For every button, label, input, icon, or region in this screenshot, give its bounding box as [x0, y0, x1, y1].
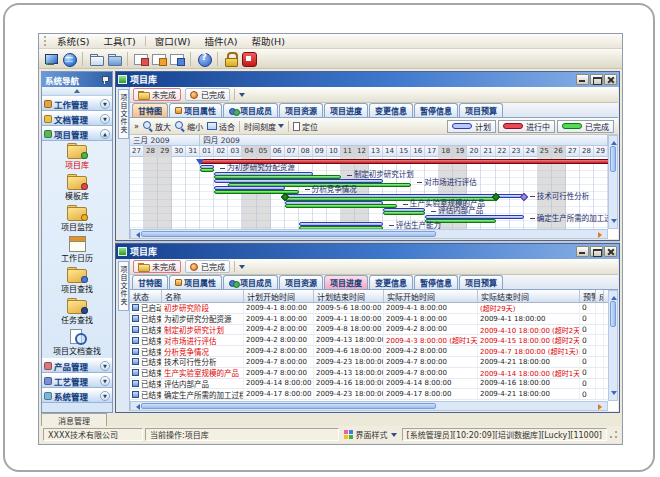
mail-icon[interactable] [133, 51, 149, 67]
sidebar-group-work[interactable]: 工作管理▼ [42, 96, 112, 111]
menu-item-2[interactable]: 窗口(W) [148, 33, 198, 49]
window-titlebar[interactable]: 项目库 [116, 72, 619, 87]
column-header-4[interactable]: 实际开始时间 [384, 290, 478, 302]
table-row[interactable]: 已结束分析竞争情况2009-4-2 8:00:002009-4-6 18:00:… [130, 346, 608, 357]
timescale-button[interactable]: 时间刻度 [244, 121, 284, 132]
sidebar-item-task-search[interactable]: 任务查找 [42, 296, 112, 327]
column-header-7[interactable]: 成 [596, 290, 604, 302]
table-vertical-scrollbar[interactable] [608, 290, 618, 401]
tab-pause[interactable]: 暂停信息 [414, 103, 458, 117]
sidebar-item-template-library[interactable]: 模板库 [42, 172, 112, 203]
folder-open-icon[interactable] [106, 51, 122, 67]
menu-item-1[interactable]: 工具(T) [96, 33, 142, 49]
tab-resources[interactable]: 项目资源 [279, 103, 323, 117]
scroll-down-icon[interactable] [611, 391, 617, 398]
scroll-left-icon[interactable] [133, 232, 140, 238]
table-row[interactable]: 已结束技术可行性分析2009-4-7 8:00:002009-4-23 18:0… [130, 357, 608, 368]
chevron-down-icon[interactable]: ▼ [100, 114, 110, 124]
tab-progress[interactable]: 项目进度 [324, 275, 368, 289]
overflow-dropdown-icon[interactable] [239, 265, 245, 272]
scroll-right-icon[interactable] [598, 404, 605, 410]
gantt-bar-actual[interactable] [200, 168, 214, 172]
tab-pause[interactable]: 暂停信息 [414, 275, 458, 289]
scroll-down-icon[interactable] [611, 219, 617, 226]
chevron-down-icon[interactable]: ▼ [100, 391, 110, 401]
table-row[interactable]: 已结束确定生产所需的加工过程2009-4-17 8:00:002009-4-23… [130, 389, 608, 400]
project-folder-tab[interactable]: 项目文件夹 [118, 89, 129, 139]
column-header-6[interactable]: 预警 [580, 290, 596, 302]
table-horizontal-scrollbar[interactable] [130, 401, 608, 411]
close-button[interactable] [604, 74, 617, 85]
fit-button[interactable]: 适合 [207, 121, 235, 132]
sidebar-group-document[interactable]: 文档管理▼ [42, 111, 112, 126]
resize-grip[interactable] [609, 430, 618, 439]
scrollbar-thumb[interactable] [610, 146, 616, 172]
sidebar-group-project[interactable]: 项目管理▲ [42, 126, 112, 141]
column-header-2[interactable]: 计划开始时间 [244, 290, 314, 302]
menu-item-3[interactable]: 插件(A) [197, 33, 244, 49]
chevron-down-icon[interactable]: ▼ [100, 361, 110, 371]
sidebar-collapse-button[interactable] [42, 87, 112, 96]
table-row[interactable]: 已结束对市场进行评估2009-4-2 8:00:002009-4-13 18:0… [130, 335, 608, 346]
pin-icon[interactable] [101, 75, 109, 84]
column-header-1[interactable]: 名称 [162, 290, 244, 302]
close-button[interactable] [604, 246, 617, 257]
sidebar-item-project-search[interactable]: 项目查找 [42, 265, 112, 296]
table-row[interactable]: 已结束为初步研究分配资源2009-4-1 8:00:002009-4-1 18:… [130, 314, 608, 325]
gantt-horizontal-scrollbar[interactable] [130, 229, 608, 239]
mail-report-icon[interactable] [151, 51, 167, 67]
maximize-button[interactable] [590, 246, 603, 257]
chevron-down-icon[interactable]: ▼ [100, 376, 110, 386]
scroll-left-icon[interactable] [133, 404, 140, 410]
table-row[interactable]: 已结束评估内部产品2009-4-14 8:00:002009-4-16 18:0… [130, 379, 608, 390]
sidebar-item-project-library[interactable]: 项目库 [42, 141, 112, 172]
scroll-up-icon[interactable] [611, 293, 617, 300]
scrollbar-thumb[interactable] [610, 301, 616, 327]
finished-filter-button[interactable]: 已完成 [185, 88, 230, 101]
sidebar-group-process[interactable]: 工艺管理▼ [42, 373, 112, 388]
sidebar-item-project-doc-search[interactable]: 项目文档查找 [42, 327, 112, 358]
sidebar-group-system[interactable]: 系统管理▼ [42, 388, 112, 403]
scrollbar-thumb[interactable] [141, 403, 436, 409]
sidebar-item-work-calendar[interactable]: 工作日历 [42, 234, 112, 265]
scroll-right-icon[interactable] [598, 232, 605, 238]
column-header-0[interactable]: 状态 [130, 290, 162, 302]
overflow-dropdown-icon[interactable] [239, 93, 245, 100]
minimize-button[interactable] [576, 246, 589, 257]
globe-icon[interactable] [61, 51, 77, 67]
zoom-out-button[interactable]: 缩小 [175, 121, 203, 132]
zoom-in-button[interactable]: 放大 [143, 121, 171, 132]
tab-properties[interactable]: 项目属性 [169, 275, 222, 289]
scroll-up-icon[interactable] [611, 138, 617, 145]
scrollbar-thumb[interactable] [141, 231, 436, 237]
stop-icon[interactable] [241, 51, 257, 67]
ui-style-selector[interactable]: 界面样式 [341, 429, 400, 440]
gantt-bar-actual[interactable] [285, 204, 397, 208]
message-management-tab[interactable]: 消息管理 [41, 413, 107, 426]
tab-resources[interactable]: 项目资源 [279, 275, 323, 289]
chevron-down-icon[interactable]: ▼ [100, 99, 110, 109]
sidebar-group-product[interactable]: 产品管理▼ [42, 358, 112, 373]
maximize-button[interactable] [590, 74, 603, 85]
tab-members[interactable]: 项目成员 [223, 103, 278, 117]
chevron-up-icon[interactable]: ▲ [100, 129, 110, 139]
window-titlebar[interactable]: 项目库 [116, 244, 619, 259]
folder-icon[interactable] [88, 51, 104, 67]
tab-properties[interactable]: 项目属性 [169, 103, 222, 117]
mail-user-icon[interactable] [169, 51, 185, 67]
tab-changes[interactable]: 变更信息 [369, 103, 413, 117]
tab-gantt[interactable]: 甘特图 [132, 103, 168, 117]
tab-budget[interactable]: 项目预算 [459, 103, 503, 117]
tab-members[interactable]: 项目成员 [223, 275, 278, 289]
table-row[interactable]: 已结束制定初步研究计划2009-4-2 8:00:002009-4-8 18:0… [130, 325, 608, 336]
table-row[interactable]: 已启动初步研究阶段2009-4-1 8:00:002009-5-6 18:00:… [130, 303, 608, 314]
table-row[interactable]: 已结束生产实验室规模的产品2009-4-7 8:00:002009-4-13 1… [130, 368, 608, 379]
unfinished-filter-button[interactable]: 未完成 [133, 88, 181, 101]
tab-budget[interactable]: 项目预算 [459, 275, 503, 289]
unfinished-filter-button[interactable]: 未完成 [133, 260, 181, 273]
column-header-5[interactable]: 实际结束时间 [478, 290, 580, 302]
project-folder-tab[interactable]: 项目文件夹 [118, 261, 129, 311]
menu-item-4[interactable]: 帮助(H) [244, 33, 292, 49]
tab-progress[interactable]: 项目进度 [324, 103, 368, 117]
gantt-bar-actual[interactable] [383, 211, 425, 215]
